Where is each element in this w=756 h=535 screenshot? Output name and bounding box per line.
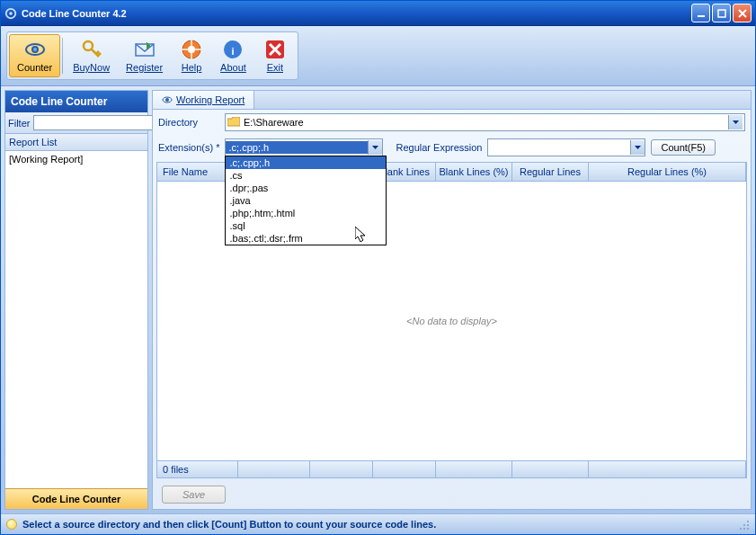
toolbtn-help[interactable]: Help	[171, 34, 212, 77]
filter-input[interactable]	[33, 115, 163, 130]
nodata-label: <No data to display>	[406, 316, 497, 326]
maximize-button[interactable]	[712, 4, 731, 22]
status-text: Select a source directory and then click…	[22, 519, 436, 530]
tab-label: Working Report	[176, 94, 245, 105]
svg-rect-12	[182, 49, 201, 50]
body-area: Code Line Counter Filter Report List [Wo…	[1, 86, 755, 513]
toolbtn-label: Help	[182, 62, 202, 73]
extensions-row: Extension(s) * .c;.cpp;.h .c;.cpp;.h .cs…	[153, 135, 751, 160]
grid-footer: 0 files	[157, 460, 746, 477]
left-pane-header: Code Line Counter	[5, 91, 147, 112]
footer-cell	[373, 461, 436, 477]
toolbtn-label: Exit	[267, 62, 283, 73]
report-list-header[interactable]: Report List	[5, 134, 147, 151]
eye-icon	[162, 94, 173, 105]
exit-icon	[264, 39, 286, 60]
toolbar-separator	[62, 38, 63, 74]
svg-point-1	[9, 12, 13, 15]
info-icon: i	[222, 39, 244, 60]
toolbtn-label: Counter	[17, 62, 52, 73]
dropdown-item[interactable]: .bas;.ctl;.dsr;.frm	[226, 232, 386, 245]
dropdown-arrow-icon[interactable]	[728, 115, 743, 129]
regex-label: Regular Expression	[396, 142, 482, 153]
dropdown-arrow-icon[interactable]	[630, 140, 645, 155]
tab-bar: Working Report	[152, 90, 752, 109]
footer-cell	[436, 461, 512, 477]
dropdown-item[interactable]: .dpr;.pas	[226, 182, 386, 194]
svg-point-18	[747, 521, 749, 522]
right-pane: Working Report Directory E:\Shareware Ex…	[152, 90, 752, 510]
toolbtn-register[interactable]: Register	[118, 34, 171, 77]
extensions-value: .c;.cpp;.h	[226, 141, 368, 154]
column-header-regular[interactable]: Regular Lines	[512, 163, 589, 181]
toolbtn-buynow[interactable]: BuyNow	[65, 34, 118, 77]
toolbar: Counter BuyNow Register Help i About Ex	[6, 31, 298, 80]
footer-cell	[512, 461, 589, 477]
left-pane: Code Line Counter Filter Report List [Wo…	[4, 90, 148, 510]
dropdown-item[interactable]: .php;.htm;.html	[226, 207, 386, 219]
titlebar-text: Code Line Counter 4.2	[22, 8, 691, 19]
svg-rect-2	[698, 15, 705, 17]
directory-select[interactable]: E:\Shareware	[225, 113, 745, 131]
report-list: [Working Report]	[5, 151, 147, 488]
toolbtn-about[interactable]: i About	[212, 34, 254, 77]
dropdown-item[interactable]: .cs	[226, 169, 386, 182]
save-row: Save	[153, 480, 751, 509]
close-button[interactable]	[733, 4, 752, 22]
folder-icon	[227, 117, 240, 128]
titlebar: Code Line Counter 4.2	[1, 1, 755, 26]
directory-label: Directory	[158, 117, 219, 128]
toolbtn-counter[interactable]: Counter	[9, 34, 60, 77]
filter-row: Filter	[5, 112, 147, 134]
directory-row: Directory E:\Shareware	[153, 110, 751, 135]
svg-point-20	[747, 524, 749, 526]
svg-point-6	[33, 48, 37, 51]
svg-rect-3	[718, 10, 725, 17]
svg-point-22	[743, 528, 745, 530]
toolbtn-label: About	[220, 62, 246, 73]
mail-icon	[134, 39, 156, 60]
svg-point-23	[747, 528, 749, 530]
footer-filecount: 0 files	[157, 461, 238, 477]
regex-input[interactable]	[487, 138, 645, 156]
dropdown-item[interactable]: .sql	[226, 219, 386, 232]
tab-working-report[interactable]: Working Report	[153, 91, 254, 109]
svg-text:i: i	[232, 46, 235, 57]
footer-cell	[310, 461, 373, 477]
content: Directory E:\Shareware Extension(s) * .c…	[152, 109, 752, 510]
save-button[interactable]: Save	[162, 486, 226, 504]
eye-icon	[24, 39, 46, 60]
toolbtn-exit[interactable]: Exit	[254, 34, 296, 77]
toolbar-area: Counter BuyNow Register Help i About Ex	[1, 26, 755, 86]
dropdown-arrow-icon[interactable]	[368, 140, 382, 155]
svg-point-17	[165, 98, 169, 102]
minimize-button[interactable]	[691, 4, 710, 22]
count-button[interactable]: Count(F5)	[651, 139, 716, 156]
directory-value: E:\Shareware	[244, 117, 728, 128]
column-header-regular-pct[interactable]: Regular Lines (%)	[589, 163, 746, 181]
svg-point-19	[743, 524, 745, 526]
dropdown-item[interactable]: .c;.cpp;.h	[226, 156, 386, 169]
toolbtn-label: BuyNow	[73, 62, 110, 73]
key-icon	[81, 39, 102, 60]
svg-point-21	[740, 528, 742, 530]
statusbar: Select a source directory and then click…	[1, 513, 755, 534]
column-header-blank-pct[interactable]: Blank Lines (%)	[436, 163, 512, 181]
app-icon	[4, 7, 17, 20]
extensions-label: Extension(s) *	[158, 142, 219, 153]
dropdown-item[interactable]: .java	[226, 194, 386, 207]
help-icon	[181, 39, 202, 60]
toolbtn-label: Register	[126, 62, 163, 73]
left-footer: Code Line Counter	[5, 488, 147, 509]
filter-label: Filter	[8, 118, 30, 129]
app-window: Code Line Counter 4.2 Counter BuyNow Reg…	[0, 0, 756, 535]
footer-cell	[589, 461, 746, 477]
report-item[interactable]: [Working Report]	[5, 151, 147, 167]
extensions-dropdown: .c;.cpp;.h .cs .dpr;.pas .java .php;.htm…	[225, 156, 387, 245]
extensions-select[interactable]: .c;.cpp;.h .c;.cpp;.h .cs .dpr;.pas .jav…	[225, 138, 383, 156]
resize-grip-icon[interactable]	[737, 518, 750, 531]
lightbulb-icon	[6, 519, 17, 530]
footer-cell	[238, 461, 310, 477]
